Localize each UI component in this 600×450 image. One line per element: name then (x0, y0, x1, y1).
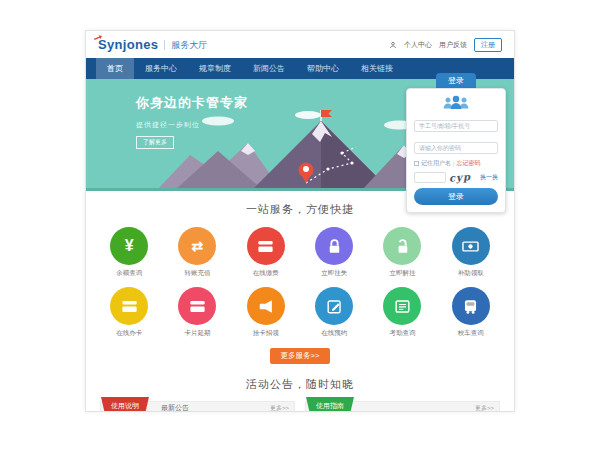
logo-red-arrow-icon (94, 34, 102, 42)
login-options: 记住用户名 | 忘记密码 (414, 159, 498, 168)
edit-icon (325, 297, 344, 316)
site-name: 服务大厅 (164, 40, 207, 50)
announcements-section: 活动公告，随时知晓 使用说明 最新公告 更多>> 使用指南 更多>> (86, 377, 514, 412)
services-section: 一站服务，方便快捷 ¥余额查询⇄转账充值在线缴费立即挂失立即解挂补助领取在线办卡… (86, 191, 514, 364)
service-label: 余额查询 (95, 269, 163, 278)
logo: Synjones 服务大厅 (98, 37, 207, 52)
unlock-icon (393, 237, 412, 256)
page-canvas: Synjones 服务大厅 个人中心 用户反馈 注册 首页服务中心规章制度新闻公… (0, 0, 600, 450)
hero-cta-button[interactable]: 了解更多 (136, 136, 174, 149)
service-label: 在线预约 (300, 329, 368, 338)
service-label: 卡片延期 (163, 329, 231, 338)
hero-subtitle: 提供捷径一步到位 (136, 120, 248, 130)
bus-icon (461, 297, 480, 316)
service-label: 立即挂失 (300, 269, 368, 278)
service-item[interactable]: ⇄转账充值 (163, 227, 231, 278)
service-label: 拾卡招领 (232, 329, 300, 338)
site-frame: Synjones 服务大厅 个人中心 用户反馈 注册 首页服务中心规章制度新闻公… (85, 30, 515, 412)
banknote-icon (461, 237, 480, 256)
transfer-arrows-icon: ⇄ (192, 239, 204, 253)
captcha-row: cyp 换一换 (414, 172, 498, 183)
yen-icon: ¥ (125, 238, 134, 254)
service-item[interactable]: 补助领取 (437, 227, 505, 278)
announcements-right-column: 使用指南 更多>> (305, 401, 500, 412)
service-item[interactable]: 卡片延期 (163, 287, 231, 338)
username-input[interactable] (414, 120, 498, 132)
nav-item[interactable]: 规章制度 (188, 58, 242, 79)
left-tab-bar: 使用说明 最新公告 更多>> (100, 401, 295, 412)
remember-checkbox[interactable] (414, 161, 419, 166)
hero-title: 你身边的卡管专家 (136, 94, 248, 112)
megaphone-icon (256, 297, 275, 316)
captcha-refresh-link[interactable]: 换一换 (480, 173, 498, 182)
nav-item[interactable]: 首页 (96, 58, 134, 79)
left-more-link[interactable]: 更多>> (270, 404, 294, 413)
hero-copy: 你身边的卡管专家 提供捷径一步到位 了解更多 (136, 94, 248, 149)
service-item[interactable]: 立即解挂 (368, 227, 436, 278)
login-panel: 登录 记住用户名 | 忘记密码 (406, 73, 506, 213)
bank-card-icon (256, 237, 275, 256)
captcha-image: cyp (449, 171, 472, 184)
person-icon (389, 41, 397, 49)
latest-announcements-tab[interactable]: 最新公告 (161, 403, 189, 412)
user-feedback-link[interactable]: 用户反馈 (439, 40, 467, 50)
service-label: 转账充值 (163, 269, 231, 278)
bank-card-icon (188, 297, 207, 316)
service-label: 考勤查询 (368, 329, 436, 338)
divider: | (453, 161, 455, 167)
announcements-title: 活动公告，随时知晓 (86, 377, 514, 392)
password-input[interactable] (414, 142, 498, 154)
usage-guide-tab[interactable]: 使用指南 (306, 397, 354, 412)
service-item[interactable]: 校车查询 (437, 287, 505, 338)
site-header: Synjones 服务大厅 个人中心 用户反馈 注册 (86, 31, 514, 58)
users-group-icon (441, 95, 471, 110)
register-button[interactable]: 注册 (474, 38, 502, 52)
lock-icon (325, 237, 344, 256)
captcha-input[interactable] (414, 172, 446, 183)
user-menu: 个人中心 用户反馈 注册 (389, 38, 502, 52)
nav-item[interactable]: 相关链接 (350, 58, 404, 79)
remember-label: 记住用户名 (421, 159, 451, 168)
announcements-left-column: 使用说明 最新公告 更多>> (100, 401, 295, 412)
service-item[interactable]: 考勤查询 (368, 287, 436, 338)
forgot-password-link[interactable]: 忘记密码 (457, 159, 481, 168)
nav-item[interactable]: 新闻公告 (242, 58, 296, 79)
service-label: 补助领取 (437, 269, 505, 278)
service-item[interactable]: 在线缴费 (232, 227, 300, 278)
logo-text: Synjones (98, 37, 158, 52)
service-label: 在线缴费 (232, 269, 300, 278)
service-item[interactable]: 拾卡招领 (232, 287, 300, 338)
personal-center-link[interactable]: 个人中心 (404, 40, 432, 50)
more-services-button[interactable]: 更多服务>> (270, 348, 331, 364)
checklist-icon (393, 297, 412, 316)
nav-item[interactable]: 服务中心 (134, 58, 188, 79)
service-item[interactable]: ¥余额查询 (95, 227, 163, 278)
bank-card-icon (120, 297, 139, 316)
service-label: 在线办卡 (95, 329, 163, 338)
right-tab-bar: 使用指南 更多>> (305, 401, 500, 412)
service-item[interactable]: 在线办卡 (95, 287, 163, 338)
service-label: 立即解挂 (368, 269, 436, 278)
nav-item[interactable]: 帮助中心 (296, 58, 350, 79)
login-submit-button[interactable]: 登录 (414, 188, 498, 205)
usage-notes-tab[interactable]: 使用说明 (101, 397, 149, 412)
login-tab[interactable]: 登录 (436, 73, 476, 88)
service-label: 校车查询 (437, 329, 505, 338)
right-more-link[interactable]: 更多>> (475, 404, 499, 413)
service-item[interactable]: 立即挂失 (300, 227, 368, 278)
service-item[interactable]: 在线预约 (300, 287, 368, 338)
services-grid: ¥余额查询⇄转账充值在线缴费立即挂失立即解挂补助领取在线办卡卡片延期拾卡招领在线… (95, 227, 505, 338)
